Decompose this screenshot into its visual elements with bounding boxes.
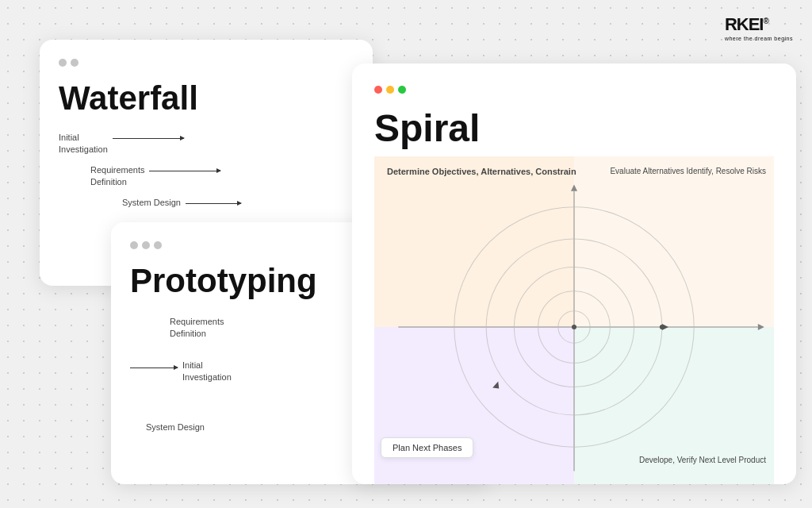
proto-system-design: System Design — [146, 422, 205, 432]
tl-gray-2 — [71, 59, 79, 67]
wf-step1-label: InitialInvestigation — [59, 132, 108, 156]
plan-next-phases-button[interactable]: Plan Next Phases — [381, 437, 473, 458]
logo-tagline: where the dream begins — [725, 36, 793, 41]
proto-tl-2 — [142, 241, 150, 249]
wf-step2-label: RequirementsDefinition — [90, 164, 144, 189]
tl-gray-1 — [59, 59, 67, 67]
logo: RKEI® where the dream begins — [725, 14, 793, 41]
spiral-svg — [374, 156, 774, 484]
wf-step3-label: System Design — [122, 197, 181, 209]
waterfall-traffic-lights — [59, 59, 354, 67]
proto-step2-label: InitialInvestigation — [182, 360, 232, 384]
proto-tl-1 — [130, 241, 138, 249]
proto-tl-3 — [154, 241, 162, 249]
waterfall-title: Waterfall — [59, 79, 354, 117]
svg-marker-13 — [492, 382, 499, 389]
svg-point-15 — [572, 325, 576, 329]
spiral-tl-red — [374, 86, 382, 94]
spiral-label-topright: Evaluate Alternatives Identify, Resolve … — [610, 166, 766, 177]
spiral-label-topleft: Determine Objectives, Alternatives, Cons… — [387, 166, 576, 178]
svg-marker-6 — [571, 185, 577, 191]
spiral-card: Spiral — [352, 64, 796, 484]
proto-steps: RequirementsDefinition InitialInvestigat… — [130, 316, 346, 433]
spiral-body: Determine Objectives, Alternatives, Cons… — [374, 156, 774, 484]
spiral-title: Spiral — [374, 106, 774, 150]
svg-marker-4 — [758, 324, 764, 330]
logo-text: RKEI® — [725, 14, 768, 34]
spiral-traffic-lights — [374, 86, 774, 94]
spiral-tl-yellow — [386, 86, 394, 94]
proto-step1-label: RequirementsDefinition — [170, 316, 224, 341]
spiral-tl-green — [398, 86, 406, 94]
spiral-svg-container — [374, 156, 774, 484]
spiral-label-bottomright: Develope, Verify Next Level Product — [639, 455, 766, 466]
svg-point-14 — [660, 325, 665, 329]
